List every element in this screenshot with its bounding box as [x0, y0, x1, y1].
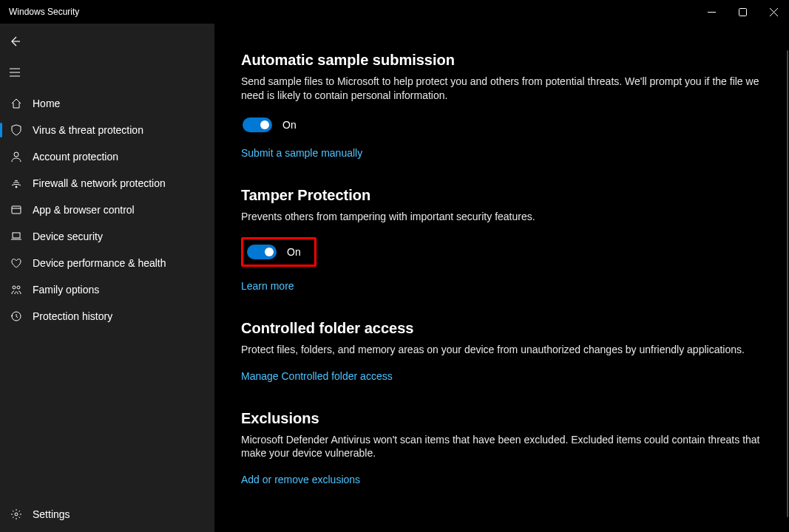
- learn-more-link[interactable]: Learn more: [241, 280, 762, 292]
- section-title: Exclusions: [241, 410, 762, 427]
- sidebar-item-label: Protection history: [33, 310, 112, 322]
- sidebar-item-label: Home: [33, 98, 60, 109]
- heart-icon: [9, 257, 24, 269]
- sidebar-item-settings[interactable]: Settings: [0, 501, 214, 528]
- sidebar-item-account[interactable]: Account protection: [0, 143, 214, 170]
- tamper-toggle-row: On: [241, 237, 316, 267]
- section-desc: Send sample files to Microsoft to help p…: [241, 75, 762, 103]
- toggle-state-label: On: [287, 246, 301, 258]
- manage-cfa-link[interactable]: Manage Controlled folder access: [241, 370, 762, 382]
- sidebar-item-perf[interactable]: Device performance & health: [0, 250, 214, 276]
- sidebar-item-history[interactable]: Protection history: [0, 303, 214, 330]
- hamburger-button[interactable]: [0, 59, 30, 86]
- svg-rect-4: [13, 233, 20, 238]
- home-icon: [9, 98, 24, 109]
- gear-icon: [9, 508, 24, 520]
- sidebar-item-label: Settings: [33, 508, 70, 520]
- svg-point-6: [17, 286, 20, 289]
- section-desc: Protect files, folders, and memory areas…: [241, 343, 762, 357]
- svg-point-8: [15, 513, 18, 516]
- svg-point-1: [14, 152, 18, 157]
- sidebar-item-label: Account protection: [33, 151, 118, 163]
- sidebar-item-appbrowser[interactable]: App & browser control: [0, 197, 214, 223]
- section-desc: Prevents others from tampering with impo…: [241, 210, 762, 224]
- window-controls: [696, 0, 789, 24]
- sidebar: Home Virus & threat protection Account p…: [0, 24, 214, 532]
- sidebar-item-virus[interactable]: Virus & threat protection: [0, 117, 214, 143]
- svg-point-2: [16, 186, 17, 188]
- back-button[interactable]: [0, 28, 30, 55]
- sidebar-item-label: Device performance & health: [33, 257, 166, 269]
- section-auto-sample: Automatic sample submission Send sample …: [241, 52, 762, 159]
- exclusions-link[interactable]: Add or remove exclusions: [241, 474, 762, 485]
- toggle-state-label: On: [282, 119, 297, 131]
- app-icon: [9, 204, 24, 216]
- auto-sample-toggle[interactable]: [243, 117, 272, 132]
- svg-point-5: [13, 286, 16, 289]
- submit-sample-link[interactable]: Submit a sample manually: [241, 147, 762, 159]
- maximize-button[interactable]: [727, 0, 758, 24]
- sidebar-item-label: Device security: [33, 231, 103, 242]
- main-content[interactable]: Automatic sample submission Send sample …: [214, 24, 789, 532]
- section-desc: Microsoft Defender Antivirus won't scan …: [241, 433, 762, 461]
- sidebar-item-label: Firewall & network protection: [33, 177, 166, 189]
- titlebar: Windows Security: [0, 0, 789, 24]
- network-icon: [9, 177, 24, 189]
- svg-rect-3: [12, 206, 21, 214]
- sidebar-item-home[interactable]: Home: [0, 90, 214, 117]
- sidebar-item-label: Virus & threat protection: [33, 124, 143, 136]
- history-icon: [9, 310, 24, 322]
- nav-list: Home Virus & threat protection Account p…: [0, 90, 214, 532]
- svg-rect-0: [739, 8, 746, 16]
- sidebar-item-firewall[interactable]: Firewall & network protection: [0, 170, 214, 197]
- auto-sample-toggle-row: On: [241, 116, 298, 134]
- shield-icon: [9, 124, 24, 136]
- close-button[interactable]: [758, 0, 789, 24]
- laptop-icon: [9, 231, 24, 242]
- section-exclusions: Exclusions Microsoft Defender Antivirus …: [241, 410, 762, 486]
- minimize-button[interactable]: [696, 0, 727, 24]
- tamper-toggle[interactable]: [247, 245, 277, 259]
- section-tamper: Tamper Protection Prevents others from t…: [241, 187, 762, 292]
- person-icon: [9, 151, 24, 163]
- section-title: Controlled folder access: [241, 320, 762, 337]
- section-cfa: Controlled folder access Protect files, …: [241, 320, 762, 382]
- section-title: Tamper Protection: [241, 187, 762, 204]
- sidebar-item-label: Family options: [33, 284, 99, 296]
- section-title: Automatic sample submission: [241, 52, 762, 69]
- sidebar-item-family[interactable]: Family options: [0, 276, 214, 303]
- scrollbar[interactable]: [787, 50, 788, 517]
- family-icon: [9, 284, 24, 296]
- sidebar-item-label: App & browser control: [33, 204, 135, 216]
- sidebar-item-devicesec[interactable]: Device security: [0, 223, 214, 250]
- window-title: Windows Security: [9, 7, 79, 17]
